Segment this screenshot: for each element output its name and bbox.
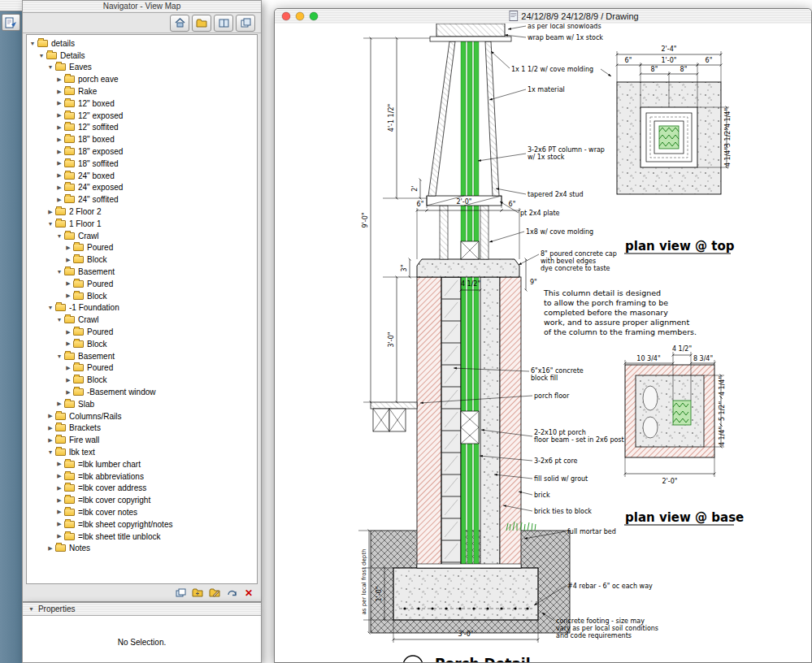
disclosure-triangle-icon[interactable]: ▼	[46, 64, 54, 70]
tree-item[interactable]: ▶ Poured	[27, 362, 257, 375]
tree-item[interactable]: ▶ 12" boxed	[27, 98, 257, 110]
disclosure-triangle-icon[interactable]: ▼	[46, 305, 54, 310]
disclosure-triangle-icon[interactable]: ▶	[64, 377, 72, 384]
disclosure-triangle-icon[interactable]: ▶	[64, 280, 72, 287]
disclosure-triangle-icon[interactable]: ▼	[28, 606, 34, 612]
tree-item[interactable]: ▶ 12" soffited	[27, 122, 257, 134]
tree-item[interactable]: ▶ 18" soffited	[27, 158, 257, 170]
disclosure-triangle-icon[interactable]: ▶	[46, 413, 54, 419]
disclosure-triangle-icon[interactable]: ▼	[37, 53, 46, 58]
tree-item[interactable]: ▶ Notes	[27, 542, 257, 554]
disclosure-triangle-icon[interactable]: ▶	[55, 461, 63, 467]
new-folder-button[interactable]	[191, 587, 204, 599]
navigator-copy-button[interactable]	[236, 15, 255, 32]
tree-item[interactable]: ▶ =lbk cover copyright	[27, 494, 257, 506]
disclosure-triangle-icon[interactable]: ▶	[55, 76, 63, 83]
tree-item[interactable]: ▶ 24" soffited	[27, 193, 257, 206]
disclosure-triangle-icon[interactable]: ▶	[46, 437, 54, 444]
disclosure-triangle-icon[interactable]: ▶	[55, 401, 63, 407]
tree-item[interactable]: ▼ Basement	[27, 266, 257, 278]
disclosure-triangle-icon[interactable]: ▶	[64, 340, 72, 347]
tree-item[interactable]: ▶ =lbk abbreviations	[27, 470, 257, 483]
disclosure-triangle-icon[interactable]: ▶	[55, 497, 63, 504]
disclosure-triangle-icon[interactable]: ▼	[55, 317, 63, 323]
disclosure-triangle-icon[interactable]: ▶	[46, 425, 54, 431]
tree-item[interactable]: ▶ 18" exposed	[27, 145, 257, 158]
edit-view-button[interactable]	[208, 587, 221, 599]
tree-item[interactable]: ▶ 24" exposed	[27, 182, 257, 194]
tree-item[interactable]: ▶ Block	[27, 254, 257, 266]
disclosure-triangle-icon[interactable]: ▼	[55, 233, 63, 239]
tree-item[interactable]: ▶ Block	[27, 374, 257, 386]
tree-item[interactable]: ▶ =lbk sheet copyright/notes	[27, 518, 257, 531]
disclosure-triangle-icon[interactable]: ▶	[64, 365, 72, 371]
tree-item[interactable]: ▶ Brackets	[27, 422, 257, 435]
tree-item[interactable]: ▶ 12" exposed	[27, 110, 257, 122]
disclosure-triangle-icon[interactable]: ▶	[55, 112, 63, 119]
disclosure-triangle-icon[interactable]: ▶	[55, 521, 63, 527]
disclosure-triangle-icon[interactable]: ▶	[46, 545, 54, 552]
properties-header[interactable]: ▼ Properties	[23, 603, 261, 616]
tree-item[interactable]: ▼ details	[27, 37, 257, 50]
tree-item[interactable]: ▼ Eaves	[27, 62, 257, 74]
disclosure-triangle-icon[interactable]: ▶	[55, 149, 63, 155]
tree-item[interactable]: ▼ Crawl	[27, 314, 257, 326]
tree-item[interactable]: ▶ -Basement window	[27, 386, 257, 398]
disclosure-triangle-icon[interactable]: ▶	[64, 292, 72, 299]
tree-item[interactable]: ▶ =lbk lumber chart	[27, 458, 257, 470]
tree-item[interactable]: ▶ =lbk cover address	[27, 482, 257, 494]
disclosure-triangle-icon[interactable]: ▶	[55, 160, 63, 167]
publish-tool-button[interactable]	[2, 14, 20, 31]
disclosure-triangle-icon[interactable]: ▶	[55, 172, 63, 179]
tree-item[interactable]: ▶ =lbk cover notes	[27, 506, 257, 518]
disclosure-triangle-icon[interactable]: ▶	[55, 197, 63, 203]
disclosure-triangle-icon[interactable]: ▶	[55, 509, 63, 515]
disclosure-triangle-icon[interactable]: ▶	[64, 329, 72, 336]
disclosure-triangle-icon[interactable]: ▼	[28, 41, 37, 46]
disclosure-triangle-icon[interactable]: ▼	[55, 353, 63, 359]
disclosure-triangle-icon[interactable]: ▶	[64, 257, 72, 263]
drawing-canvas-area[interactable]: 9'-0" 4'-1 1/2" 3'-0" 2' 3" 9" 6" 2'-0" …	[275, 24, 811, 662]
tree-item[interactable]: ▶ Poured	[27, 242, 257, 254]
tree-item[interactable]: ▶ Columns/Rails	[27, 410, 257, 422]
disclosure-triangle-icon[interactable]: ▶	[55, 184, 63, 191]
disclosure-triangle-icon[interactable]: ▶	[55, 473, 63, 479]
tree-item[interactable]: ▶ Fire wall	[27, 434, 257, 446]
disclosure-triangle-icon[interactable]: ▼	[55, 269, 63, 275]
tree-item[interactable]: ▼ 1 Floor 1	[27, 218, 257, 230]
navigator-home-button[interactable]	[170, 15, 189, 32]
update-view-button[interactable]	[225, 587, 238, 599]
disclosure-triangle-icon[interactable]: ▶	[55, 485, 63, 492]
disclosure-triangle-icon[interactable]: ▶	[46, 209, 54, 215]
disclosure-triangle-icon[interactable]: ▼	[46, 221, 54, 227]
disclosure-triangle-icon[interactable]: ▶	[55, 136, 63, 143]
zoom-button[interactable]	[309, 11, 319, 21]
clone-view-button[interactable]	[174, 587, 187, 599]
tree-item[interactable]: ▼ Details	[27, 50, 257, 62]
tree-item[interactable]: ▼ -1 Foundation	[27, 302, 257, 314]
tree-item[interactable]: ▶ 24" boxed	[27, 170, 257, 182]
tree-item[interactable]: ▶ Block	[27, 290, 257, 302]
tree-item[interactable]: ▼ Basement	[27, 350, 257, 362]
tree-item[interactable]: ▶ Rake	[27, 85, 257, 98]
tree-item[interactable]: ▶ Slab	[27, 398, 257, 410]
tree-item[interactable]: ▶ Poured	[27, 278, 257, 290]
disclosure-triangle-icon[interactable]: ▶	[55, 533, 63, 540]
tree-item[interactable]: ▶ Poured	[27, 326, 257, 338]
delete-view-button[interactable]: ✕	[242, 587, 255, 599]
disclosure-triangle-icon[interactable]: ▶	[64, 245, 72, 251]
tree-item[interactable]: ▼ Crawl	[27, 230, 257, 242]
navigator-project-button[interactable]	[192, 15, 211, 32]
tree-item[interactable]: ▼ lbk text	[27, 446, 257, 458]
disclosure-triangle-icon[interactable]: ▶	[64, 389, 72, 396]
disclosure-triangle-icon[interactable]: ▼	[46, 449, 54, 455]
tree-item[interactable]: ▶ 18" boxed	[27, 133, 257, 145]
close-button[interactable]	[281, 11, 291, 21]
tree-item[interactable]: ▶ Block	[27, 338, 257, 350]
tree-item[interactable]: ▶ porch eave	[27, 73, 257, 85]
minimize-button[interactable]	[295, 11, 305, 21]
disclosure-triangle-icon[interactable]: ▶	[55, 89, 63, 95]
disclosure-triangle-icon[interactable]: ▶	[55, 124, 63, 131]
disclosure-triangle-icon[interactable]: ▶	[55, 100, 63, 106]
navigator-panes-button[interactable]	[214, 15, 233, 32]
